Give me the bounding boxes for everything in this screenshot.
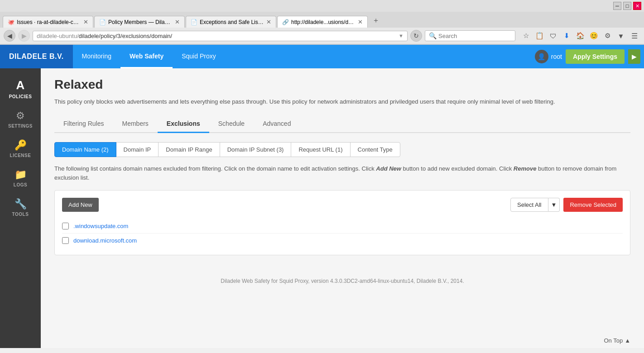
- main-tabs: Filtering Rules Members Exclusions Sched…: [54, 115, 630, 133]
- browser-tab-2[interactable]: 📄 Policy Members — Diladele ... ✕: [94, 16, 185, 28]
- sub-tab-request-url[interactable]: Request URL (1): [291, 142, 350, 157]
- nav-right: 👤 root Apply Settings ▶: [535, 49, 644, 64]
- content-area: Relaxed This policy only blocks web adve…: [41, 68, 644, 348]
- domain-link-1[interactable]: .windowsupdate.com: [73, 223, 128, 229]
- search-icon: 🔍: [429, 32, 437, 39]
- new-tab-button[interactable]: ＋: [369, 14, 383, 28]
- sub-tab-domain-ip[interactable]: Domain IP: [116, 142, 159, 157]
- shield-icon[interactable]: 🛡: [547, 30, 559, 42]
- browser-chrome: ─ □ ✕ 🐙 Issues · ra-at-diladele-co... ✕ …: [0, 0, 644, 45]
- clipboard-icon[interactable]: 📋: [533, 30, 545, 42]
- tab-advanced[interactable]: Advanced: [254, 115, 300, 133]
- sidebar-item-license[interactable]: 🔑 LICENSE: [0, 134, 41, 163]
- forward-button[interactable]: ▶: [18, 30, 30, 42]
- domain-checkbox-2[interactable]: [62, 237, 69, 244]
- tab-close-2[interactable]: ✕: [175, 19, 180, 25]
- more-icon[interactable]: ▼: [615, 30, 627, 42]
- tab-close-3[interactable]: ✕: [266, 19, 271, 25]
- download-icon[interactable]: ⬇: [561, 30, 572, 42]
- toolbar-icons: ☆ 📋 🛡 ⬇ 🏠 😊 ⚙ ▼ ☰: [520, 30, 640, 42]
- add-new-button[interactable]: Add New: [62, 198, 99, 212]
- home-icon[interactable]: 🏠: [574, 30, 586, 42]
- tab-title-3: Exceptions and Safe Listing —...: [200, 19, 264, 25]
- top-nav: DILADELE B.V. Monitoring Web Safety Squi…: [0, 45, 644, 68]
- tab-favicon-4: 🔗: [282, 19, 288, 25]
- domain-link-2[interactable]: download.microsoft.com: [73, 237, 137, 244]
- tools-icon: 🔧: [14, 198, 27, 210]
- on-top-label: On Top: [604, 337, 623, 344]
- back-button[interactable]: ◀: [4, 30, 15, 42]
- browser-tab-3[interactable]: 📄 Exceptions and Safe Listing —... ✕: [186, 16, 276, 28]
- tab-close-1[interactable]: ✕: [83, 19, 88, 25]
- search-input[interactable]: [438, 33, 511, 39]
- domain-checkbox-1[interactable]: [62, 223, 69, 229]
- sidebar-label-tools: TOOLS: [12, 212, 29, 217]
- username: root: [551, 53, 562, 60]
- tab-title-1: Issues · ra-at-diladele-co...: [17, 19, 81, 25]
- tab-favicon-2: 📄: [99, 19, 106, 25]
- tab-members[interactable]: Members: [113, 115, 157, 133]
- list-actions: Select All ▼ Remove Selected: [510, 198, 623, 212]
- browser-tab-1[interactable]: 🐙 Issues · ra-at-diladele-co... ✕: [3, 16, 93, 28]
- sidebar-item-logs[interactable]: 📁 LOGS: [0, 163, 41, 193]
- nav-websafety[interactable]: Web Safety: [120, 45, 173, 68]
- add-new-emphasis: Add New: [376, 165, 401, 172]
- tab-close-4[interactable]: ✕: [358, 19, 363, 25]
- sidebar-label-license: LICENSE: [10, 153, 31, 158]
- select-all-button[interactable]: Select All: [510, 198, 548, 212]
- bookmark-icon[interactable]: ☆: [520, 30, 532, 42]
- user-info: 👤 root: [535, 50, 562, 63]
- page-footer: Diladele Web Safety for Squid Proxy, ver…: [54, 269, 630, 293]
- sub-tab-domain-name[interactable]: Domain Name (2): [54, 142, 116, 157]
- brand-logo: DILADELE B.V.: [0, 45, 73, 68]
- sidebar-item-policies[interactable]: A POLICIES: [0, 73, 41, 105]
- list-description: The following list contains domain names…: [54, 164, 630, 183]
- domain-list-container: Add New Select All ▼ Remove Selected .wi…: [54, 190, 630, 255]
- on-top-link[interactable]: On Top ▲: [604, 337, 630, 344]
- page-title: Relaxed: [54, 77, 630, 92]
- main-area: A POLICIES ⚙ SETTINGS 🔑 LICENSE 📁 LOGS 🔧…: [0, 68, 644, 348]
- page-description: This policy only blocks web advertisemen…: [54, 97, 630, 106]
- nav-squidproxy[interactable]: Squid Proxy: [173, 45, 225, 68]
- smiley-icon[interactable]: 😊: [588, 30, 600, 42]
- sidebar: A POLICIES ⚙ SETTINGS 🔑 LICENSE 📁 LOGS 🔧…: [0, 68, 41, 348]
- tab-exclusions[interactable]: Exclusions: [158, 115, 209, 133]
- list-toolbar: Add New Select All ▼ Remove Selected: [62, 198, 623, 212]
- hamburger-menu[interactable]: ☰: [629, 32, 640, 40]
- remove-emphasis: Remove: [514, 165, 537, 172]
- avatar: 👤: [535, 50, 548, 63]
- url-text: diladele-ubuntu/diladele/policy/3/exclus…: [37, 33, 397, 39]
- nav-monitoring[interactable]: Monitoring: [73, 45, 120, 68]
- sidebar-label-policies: POLICIES: [9, 94, 32, 99]
- remove-selected-button[interactable]: Remove Selected: [563, 198, 623, 212]
- apply-settings-button[interactable]: Apply Settings: [566, 49, 625, 64]
- minimize-button[interactable]: ─: [613, 2, 621, 10]
- maximize-button[interactable]: □: [623, 2, 631, 10]
- apply-settings-dropdown[interactable]: ▶: [628, 49, 640, 64]
- search-bar[interactable]: 🔍: [425, 30, 515, 41]
- tab-favicon-1: 🐙: [8, 19, 14, 25]
- url-path: diladele/policy/3/exclusions/domain/: [79, 33, 173, 39]
- tab-schedule[interactable]: Schedule: [209, 115, 254, 133]
- tab-bar: 🐙 Issues · ra-at-diladele-co... ✕ 📄 Poli…: [0, 12, 644, 28]
- refresh-button[interactable]: ↻: [410, 30, 422, 42]
- settings-sidebar-icon: ⚙: [16, 110, 25, 122]
- logs-icon: 📁: [14, 169, 27, 181]
- tab-favicon-3: 📄: [191, 19, 197, 25]
- on-top-arrow-icon: ▲: [625, 337, 630, 344]
- license-icon: 🔑: [14, 139, 27, 151]
- browser-tab-4[interactable]: 🔗 http://diladele...usions/domain/ ✕: [277, 16, 368, 28]
- close-button[interactable]: ✕: [633, 2, 641, 10]
- sub-tab-content-type[interactable]: Content Type: [350, 142, 400, 157]
- sidebar-item-tools[interactable]: 🔧 TOOLS: [0, 193, 41, 222]
- url-dropdown-icon[interactable]: ▼: [399, 33, 404, 38]
- sidebar-item-settings[interactable]: ⚙ SETTINGS: [0, 105, 41, 134]
- tab-filtering-rules[interactable]: Filtering Rules: [54, 115, 113, 133]
- settings-icon[interactable]: ⚙: [601, 30, 613, 42]
- url-bar[interactable]: diladele-ubuntu/diladele/policy/3/exclus…: [33, 31, 408, 41]
- sub-tab-domain-ip-subnet[interactable]: Domain IP Subnet (3): [220, 142, 292, 157]
- select-all-dropdown[interactable]: ▼: [548, 198, 560, 212]
- sidebar-label-logs: LOGS: [14, 182, 27, 187]
- sub-tab-domain-ip-range[interactable]: Domain IP Range: [158, 142, 220, 157]
- domain-item-2: download.microsoft.com: [62, 234, 623, 248]
